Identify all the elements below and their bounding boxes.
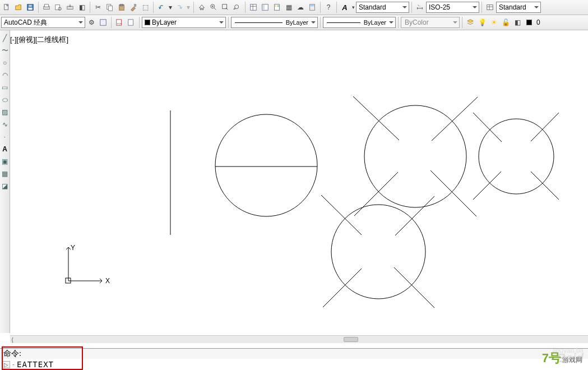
- svg-line-45: [394, 267, 434, 308]
- rectangle-tool-icon[interactable]: ▭: [1, 83, 10, 92]
- lineweight-value: ByLayer: [364, 19, 386, 26]
- svg-line-36: [354, 172, 398, 216]
- ucs-x-label: X: [105, 277, 110, 285]
- spline-tool-icon[interactable]: ∿: [1, 120, 10, 129]
- hatch-tool-icon[interactable]: ▨: [1, 108, 10, 117]
- svg-line-39: [473, 113, 502, 142]
- dwf-underlay-icon[interactable]: [126, 17, 137, 28]
- plot-style-select[interactable]: ByColor: [401, 17, 460, 28]
- undo-dropdown-icon[interactable]: ▾: [168, 2, 173, 13]
- command-prompt-separator: -: [12, 360, 15, 368]
- arc-tool-icon[interactable]: ◠: [1, 71, 10, 80]
- workspace-settings-icon[interactable]: ⚙: [86, 17, 97, 28]
- sheet-set-icon[interactable]: ▦: [283, 2, 294, 13]
- svg-rect-17: [251, 4, 257, 11]
- command-line[interactable]: ▷ -: [0, 359, 588, 370]
- zoom-window-icon[interactable]: [220, 2, 231, 13]
- text-style-dropdown-icon[interactable]: ▾: [351, 2, 355, 13]
- command-history-line: 命令:: [0, 349, 588, 359]
- block-editor-icon[interactable]: ⬚: [140, 2, 151, 13]
- point-tool-icon[interactable]: ·: [1, 132, 10, 141]
- pan-icon[interactable]: [196, 2, 207, 13]
- scrollbar-thumb[interactable]: [344, 337, 358, 342]
- draw-toolbar: ╱ 〜 ○ ◠ ▭ ⬭ ▨ ∿ · A ▣ ▦ ◪: [0, 30, 10, 333]
- model-viewport[interactable]: [-][俯视][二维线框]: [10, 30, 588, 335]
- properties-icon[interactable]: [248, 2, 259, 13]
- ucs-y-label: Y: [71, 244, 75, 252]
- redo-icon[interactable]: [174, 2, 185, 13]
- layer-name-value: ByLayer: [152, 18, 177, 26]
- dim-style-select[interactable]: ISO-25: [426, 2, 479, 13]
- svg-line-46: [323, 269, 362, 307]
- layer-freeze-icon[interactable]: ☀: [488, 17, 499, 28]
- svg-rect-29: [128, 20, 133, 26]
- workspace-save-icon[interactable]: [98, 17, 109, 28]
- table-tool-icon[interactable]: ▦: [1, 169, 10, 178]
- pdf-underlay-icon[interactable]: PDF: [114, 17, 125, 28]
- table-style-select[interactable]: Standard: [496, 2, 541, 13]
- line-tool-icon[interactable]: ╱: [1, 34, 10, 43]
- open-icon[interactable]: [13, 2, 24, 13]
- circle-tool-icon[interactable]: ○: [1, 58, 10, 67]
- lineweight-select[interactable]: ByLayer: [323, 17, 396, 28]
- region-tool-icon[interactable]: ◪: [1, 182, 10, 191]
- plot-style-value: ByColor: [405, 18, 429, 26]
- calculator-icon[interactable]: [307, 2, 318, 13]
- redo-dropdown-icon[interactable]: ▾: [186, 2, 191, 13]
- print-scale-icon[interactable]: ◧: [76, 2, 87, 13]
- table-style-value: Standard: [499, 3, 526, 11]
- linetype-select[interactable]: ByLayer: [231, 17, 318, 28]
- layer-select[interactable]: ByLayer: [142, 17, 226, 28]
- cut-icon[interactable]: ✂: [92, 2, 104, 13]
- block-tool-icon[interactable]: ▣: [1, 157, 10, 166]
- svg-rect-22: [277, 6, 279, 7]
- plot-icon[interactable]: [41, 2, 52, 13]
- publish-icon[interactable]: [64, 2, 76, 13]
- workspace-select[interactable]: AutoCAD 经典: [1, 17, 85, 28]
- dim-style-value: ISO-25: [429, 3, 450, 11]
- plot-preview-icon[interactable]: [53, 2, 64, 13]
- linetype-value: ByLayer: [286, 19, 308, 26]
- zoom-realtime-icon[interactable]: [208, 2, 219, 13]
- new-icon[interactable]: [1, 2, 12, 13]
- match-props-icon[interactable]: [128, 2, 139, 13]
- svg-rect-13: [135, 4, 136, 7]
- ellipse-tool-icon[interactable]: ⬭: [1, 95, 10, 104]
- svg-rect-19: [263, 5, 265, 10]
- undo-icon[interactable]: [156, 2, 167, 13]
- svg-rect-20: [275, 4, 280, 11]
- command-input[interactable]: [17, 360, 586, 369]
- svg-line-47: [395, 196, 434, 235]
- save-icon[interactable]: [25, 2, 36, 13]
- dim-style-icon[interactable]: [414, 2, 425, 13]
- markup-icon[interactable]: ☁: [295, 2, 306, 13]
- polyline-tool-icon[interactable]: 〜: [1, 46, 10, 55]
- command-prompt-icon: ▷: [2, 361, 10, 368]
- text-style-value: Standard: [359, 3, 386, 11]
- text-style-icon[interactable]: A: [339, 2, 350, 13]
- text-tool-icon[interactable]: A: [1, 145, 10, 154]
- svg-rect-24: [311, 5, 314, 7]
- help-icon[interactable]: ?: [323, 2, 334, 13]
- paste-icon[interactable]: [116, 2, 127, 13]
- layer-color-icon[interactable]: ◧: [512, 17, 523, 28]
- zoom-previous-icon[interactable]: [232, 2, 243, 13]
- standard-toolbar: ◧ ✂ ⬚ ▾ ▾ ▦ ☁ ? A ▾ Standard ISO-25 Stan…: [0, 0, 588, 15]
- layer-properties-icon[interactable]: [465, 17, 476, 28]
- scroll-left-icon[interactable]: ⟨: [11, 336, 13, 344]
- svg-line-37: [432, 97, 478, 141]
- tool-palettes-icon[interactable]: [271, 2, 283, 13]
- text-style-select[interactable]: Standard: [356, 2, 409, 13]
- horizontal-scrollbar[interactable]: ⟨: [10, 335, 588, 343]
- linetype-preview: [235, 22, 283, 23]
- layer-state-icon[interactable]: [524, 17, 535, 28]
- drawing-svg: Y X: [10, 30, 588, 335]
- layer-lock-icon[interactable]: 🔓: [500, 17, 511, 28]
- workspace-value: AutoCAD 经典: [4, 18, 47, 27]
- svg-point-31: [215, 114, 317, 216]
- copy-icon[interactable]: [104, 2, 115, 13]
- svg-line-34: [353, 96, 399, 140]
- table-style-icon[interactable]: [484, 2, 496, 13]
- design-center-icon[interactable]: [260, 2, 271, 13]
- layer-on-icon[interactable]: 💡: [476, 17, 488, 28]
